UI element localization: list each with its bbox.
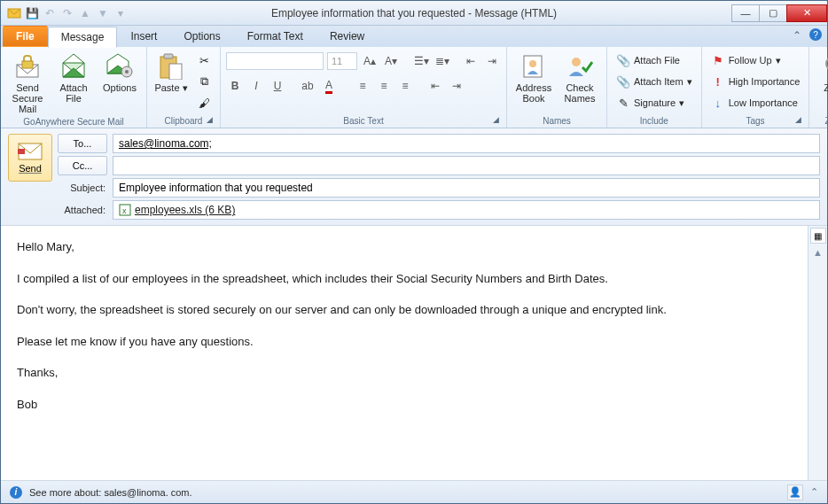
highlight-icon[interactable]: ab bbox=[299, 77, 316, 95]
to-field[interactable]: sales@linoma.com; bbox=[113, 134, 820, 153]
underline-button[interactable]: U bbox=[269, 77, 286, 95]
clipboard-launcher-icon[interactable]: ◢ bbox=[204, 115, 215, 126]
attached-field[interactable]: x employees.xls (6 KB) bbox=[113, 200, 820, 220]
secure-options-label: Options bbox=[103, 82, 137, 93]
tags-launcher-icon[interactable]: ◢ bbox=[793, 115, 803, 126]
to-button[interactable]: To... bbox=[58, 134, 107, 153]
body-paragraph: Bob bbox=[17, 396, 792, 414]
group-clipboard-label: Clipboard◢ bbox=[152, 115, 215, 126]
minimize-button[interactable]: — bbox=[731, 4, 760, 22]
group-names-label: Names bbox=[512, 115, 601, 126]
copy-icon: ⧉ bbox=[197, 74, 211, 89]
high-importance-icon: ! bbox=[711, 74, 725, 89]
close-button[interactable]: ✕ bbox=[786, 4, 827, 22]
subject-field[interactable]: Employee information that you requested bbox=[113, 178, 820, 198]
cc-button[interactable]: Cc... bbox=[58, 156, 107, 175]
align-right-icon[interactable]: ≡ bbox=[396, 77, 414, 95]
ruler-toggle-icon[interactable]: ▦ bbox=[810, 228, 826, 244]
next-item-icon[interactable]: ▼ bbox=[95, 5, 111, 21]
zoom-button[interactable]: Zoom bbox=[815, 50, 828, 95]
signature-button[interactable]: ✎Signature ▾ bbox=[613, 93, 696, 112]
check-names-label: Check Names bbox=[560, 82, 599, 104]
status-text[interactable]: See more about: sales@linoma. com. bbox=[29, 487, 192, 498]
italic-button[interactable]: I bbox=[247, 77, 265, 95]
increase-indent-icon[interactable]: ⇥ bbox=[483, 52, 501, 70]
tab-review[interactable]: Review bbox=[316, 26, 378, 47]
high-importance-button[interactable]: !High Importance bbox=[707, 72, 804, 91]
outlook-icon bbox=[6, 5, 22, 21]
align-center-icon[interactable]: ≡ bbox=[375, 77, 393, 95]
expand-people-pane-icon[interactable]: ⌃ bbox=[810, 486, 818, 498]
follow-up-button[interactable]: ⚑Follow Up ▾ bbox=[707, 50, 804, 70]
tab-file[interactable]: File bbox=[3, 26, 48, 47]
bullets-icon[interactable]: ☰▾ bbox=[412, 52, 430, 70]
tab-message[interactable]: Message bbox=[48, 27, 118, 48]
decrease-indent2-icon[interactable]: ⇤ bbox=[426, 77, 444, 95]
group-goanywhere-label: GoAnywhere Secure Mail bbox=[6, 116, 141, 127]
message-body-editor[interactable]: Hello Mary, I compiled a list of our emp… bbox=[1, 226, 808, 480]
tab-insert[interactable]: Insert bbox=[117, 26, 170, 47]
maximize-button[interactable]: ▢ bbox=[759, 4, 787, 22]
svg-rect-20 bbox=[18, 149, 25, 154]
scroll-up-icon[interactable]: ▲ bbox=[813, 247, 823, 258]
check-names-button[interactable]: Check Names bbox=[559, 50, 601, 105]
redo-icon[interactable]: ↷ bbox=[59, 5, 75, 21]
svg-rect-13 bbox=[169, 64, 182, 80]
secure-attach-file-button[interactable]: Attach File bbox=[52, 50, 95, 105]
basic-text-launcher-icon[interactable]: ◢ bbox=[490, 115, 501, 126]
group-tags: ⚑Follow Up ▾ !High Importance ↓Low Impor… bbox=[702, 47, 810, 128]
send-button[interactable]: Send bbox=[8, 134, 52, 182]
cc-field[interactable] bbox=[113, 156, 820, 175]
undo-icon[interactable]: ↶ bbox=[42, 5, 58, 21]
envelope-gear-icon bbox=[105, 52, 134, 81]
group-zoom-label: Zoom bbox=[815, 115, 828, 126]
status-bar: i See more about: sales@linoma. com. 👤 ⌃ bbox=[1, 480, 827, 503]
excel-file-icon: x bbox=[119, 204, 131, 216]
low-importance-button[interactable]: ↓Low Importance bbox=[707, 93, 804, 112]
help-icon[interactable]: ? bbox=[809, 28, 822, 41]
body-paragraph: Thanks, bbox=[17, 364, 792, 382]
font-family-select[interactable] bbox=[226, 52, 324, 70]
low-importance-icon: ↓ bbox=[711, 96, 725, 110]
format-painter-button[interactable]: 🖌 bbox=[193, 93, 215, 112]
shrink-font-icon[interactable]: A▾ bbox=[382, 52, 400, 70]
address-book-label: Address Book bbox=[514, 82, 553, 104]
tab-format-text[interactable]: Format Text bbox=[234, 26, 316, 47]
minimize-ribbon-icon[interactable]: ⌃ bbox=[790, 28, 804, 43]
message-body-container: Hello Mary, I compiled a list of our emp… bbox=[1, 226, 827, 480]
attach-file-button[interactable]: 📎Attach File bbox=[613, 50, 696, 70]
secure-options-button[interactable]: Options bbox=[98, 50, 141, 95]
paste-button[interactable]: Paste ▾ bbox=[152, 50, 190, 95]
save-icon[interactable]: 💾 bbox=[24, 5, 40, 21]
bold-button[interactable]: B bbox=[226, 77, 244, 95]
font-size-select[interactable]: 11 bbox=[327, 52, 357, 70]
qat-customize-icon[interactable]: ▾ bbox=[113, 5, 129, 21]
send-mail-icon bbox=[18, 143, 43, 160]
group-goanywhere: Send Secure Mail Attach File Options GoA… bbox=[1, 47, 147, 128]
tab-options[interactable]: Options bbox=[170, 26, 233, 47]
attachment-item[interactable]: x employees.xls (6 KB) bbox=[119, 204, 235, 216]
increase-indent2-icon[interactable]: ⇥ bbox=[448, 77, 465, 95]
body-paragraph: Please let me know if you have any quest… bbox=[17, 333, 792, 351]
ribbon: Send Secure Mail Attach File Options GoA… bbox=[1, 47, 827, 128]
chevron-down-icon: ▾ bbox=[679, 97, 684, 109]
group-include-label: Include bbox=[613, 115, 696, 126]
svg-rect-3 bbox=[22, 61, 33, 68]
address-book-button[interactable]: Address Book bbox=[512, 50, 555, 105]
grow-font-icon[interactable]: A▴ bbox=[361, 52, 379, 70]
align-left-icon[interactable]: ≡ bbox=[354, 77, 371, 95]
attach-item-button[interactable]: 📎Attach Item ▾ bbox=[613, 72, 696, 91]
group-include: 📎Attach File 📎Attach Item ▾ ✎Signature ▾… bbox=[607, 47, 702, 128]
flag-icon: ⚑ bbox=[711, 53, 725, 67]
zoom-icon bbox=[822, 52, 828, 81]
decrease-indent-icon[interactable]: ⇤ bbox=[462, 52, 480, 70]
contact-avatar-icon[interactable]: 👤 bbox=[787, 485, 803, 500]
prev-item-icon[interactable]: ▲ bbox=[77, 5, 93, 21]
cut-button[interactable]: ✂ bbox=[193, 50, 215, 70]
font-color-icon[interactable]: A bbox=[320, 77, 338, 95]
address-book-icon bbox=[519, 52, 548, 81]
copy-button[interactable]: ⧉ bbox=[193, 72, 215, 91]
numbering-icon[interactable]: ≣▾ bbox=[434, 52, 451, 70]
send-secure-mail-button[interactable]: Send Secure Mail bbox=[6, 50, 49, 116]
zoom-label: Zoom bbox=[824, 82, 828, 93]
